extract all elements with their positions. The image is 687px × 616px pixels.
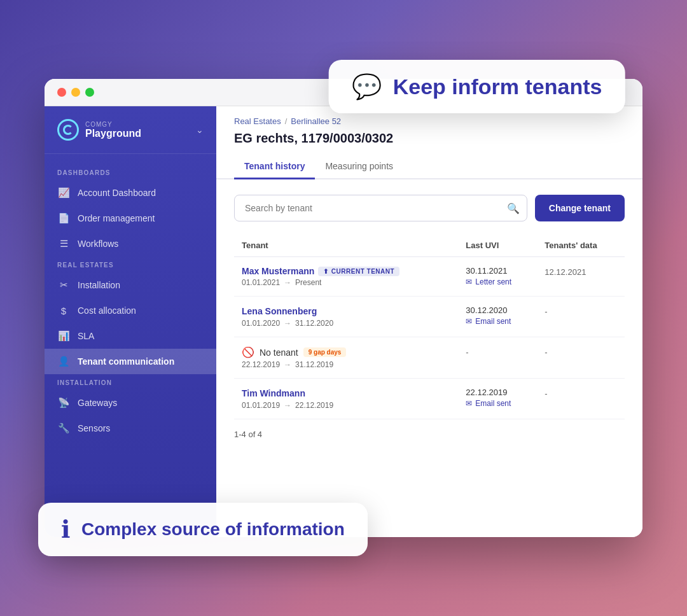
col-header-last-uvi: Last UVI [458, 234, 537, 257]
tooltip-keep-inform-text: Keep inform tenants [393, 74, 602, 99]
logo-inner-ring [63, 125, 73, 135]
sidebar-item-account-dashboard[interactable]: 📈 Account Dashboard [45, 180, 216, 206]
tenant-cell: Tim Windmann 01.01.2019 → 22.12.2019 [234, 379, 458, 419]
change-tenant-button[interactable]: Change tenant [535, 195, 625, 221]
uvi-cell: - [458, 337, 537, 379]
traffic-light-yellow[interactable] [71, 88, 80, 97]
no-tenant-icon: 🚫 [242, 346, 254, 358]
main-content: Real Estates / Berlinallee 52 EG rechts,… [216, 106, 642, 537]
uvi-status: ✉ Letter sent [466, 277, 529, 286]
sidebar-item-label: Sensors [78, 423, 110, 433]
tenant-table: Tenant Last UVI Tenants' data Max Muster… [234, 234, 625, 419]
gateway-icon: 📡 [57, 396, 70, 409]
pagination-text: 1-4 of 4 [234, 430, 262, 439]
arrow-icon: → [284, 360, 291, 369]
tab-bar: Tenant history Measuring points [216, 155, 642, 179]
chat-icon: 💬 [352, 73, 382, 101]
table-row: Lena Sonnenberg 01.01.2020 → 31.12.2020 … [234, 297, 625, 337]
list-icon: ☰ [57, 237, 70, 250]
tenants-data-value: - [545, 307, 547, 316]
uvi-date: 30.11.2021 [466, 266, 529, 276]
arrow-icon: → [284, 401, 291, 410]
sidebar-item-label: SLA [78, 331, 94, 341]
sidebar-item-order-management[interactable]: 📄 Order management [45, 206, 216, 231]
tooltip-complex-text: Complex source of information [81, 519, 345, 540]
sidebar-item-label: Tenant communication [78, 356, 174, 367]
tab-tenant-history[interactable]: Tenant history [234, 155, 315, 179]
tenant-dates: 01.01.2019 → 22.12.2019 [242, 401, 450, 410]
tenant-name[interactable]: Lena Sonnenberg [242, 306, 317, 316]
search-input[interactable] [234, 195, 527, 221]
sidebar-item-label: Account Dashboard [78, 188, 156, 198]
breadcrumb-real-estates[interactable]: Real Estates [234, 116, 281, 126]
traffic-light-green[interactable] [85, 88, 94, 97]
sidebar-item-installation[interactable]: ✂ Installation [45, 272, 216, 298]
sidebar-item-tenant-communication[interactable]: 👤 Tenant communication [45, 349, 216, 374]
uvi-cell: 30.11.2021 ✉ Letter sent [458, 257, 537, 297]
content-area: 🔍 Change tenant Tenant Last UVI Tenants'… [216, 179, 642, 537]
no-tenant-label: No tenant [260, 347, 298, 358]
sidebar-item-gateways[interactable]: 📡 Gateways [45, 390, 216, 416]
traffic-light-red[interactable] [57, 88, 66, 97]
search-row: 🔍 Change tenant [234, 195, 625, 221]
uvi-cell: 22.12.2019 ✉ Email sent [458, 379, 537, 419]
sidebar-item-label: Cost allocation [78, 305, 136, 316]
tenant-dates: 01.01.2020 → 31.12.2020 [242, 319, 450, 328]
date-end: 31.12.2020 [295, 319, 333, 328]
search-wrapper: 🔍 [234, 195, 527, 221]
date-end: Present [295, 278, 321, 287]
sidebar-item-label: Order management [78, 213, 155, 223]
date-end: 31.12.2019 [295, 360, 333, 369]
uvi-status: ✉ Email sent [466, 399, 529, 408]
table-row: Tim Windmann 01.01.2019 → 22.12.2019 22.… [234, 379, 625, 419]
sidebar-item-workflows[interactable]: ☰ Workflows [45, 231, 216, 256]
sidebar-item-label: Workflows [78, 239, 118, 249]
person-icon: 👤 [57, 355, 70, 368]
table-row: Max Mustermann ⬆ CURRENT TENANT 01.01.20… [234, 257, 625, 297]
tenants-data-value: - [545, 347, 547, 357]
sidebar-logo[interactable]: COMGY Playground ⌄ [45, 119, 216, 154]
search-icon: 🔍 [507, 202, 520, 214]
sensor-icon: 🔧 [57, 422, 70, 435]
tenant-dates: 01.01.2021 → Present [242, 278, 450, 287]
section-label-installation: INSTALLATION [45, 374, 216, 390]
chart-icon: 📈 [57, 186, 70, 199]
person-upload-icon: ⬆ [323, 268, 329, 275]
chevron-down-icon[interactable]: ⌄ [196, 125, 204, 135]
current-tenant-badge: ⬆ CURRENT TENANT [318, 267, 399, 276]
arrow-icon: → [284, 319, 291, 328]
document-icon: 📄 [57, 212, 70, 225]
col-header-tenant: Tenant [234, 234, 458, 257]
tenant-cell: 🚫 No tenant 9 gap days 22.12.2019 → 31.1… [234, 337, 458, 379]
letter-icon: ✉ [466, 277, 472, 286]
email-icon: ✉ [466, 317, 472, 326]
date-start: 01.01.2021 [242, 278, 280, 287]
tenant-name[interactable]: Max Mustermann [242, 266, 314, 276]
tenants-data-cell: - [537, 337, 625, 379]
breadcrumb-berlinallee[interactable]: Berlinallee 52 [291, 116, 341, 126]
brand-label: COMGY [85, 121, 141, 128]
date-end: 22.12.2019 [295, 401, 333, 410]
tenants-data-cell: - [537, 379, 625, 419]
date-start: 01.01.2019 [242, 401, 280, 410]
tenants-data-cell: - [537, 297, 625, 337]
tooltip-complex: ℹ Complex source of information [38, 503, 368, 556]
tab-measuring-points[interactable]: Measuring points [315, 155, 403, 179]
tenants-data-value: - [545, 389, 547, 398]
tool-icon: ✂ [57, 279, 70, 291]
info-icon: ℹ [61, 515, 70, 543]
sidebar-item-sensors[interactable]: 🔧 Sensors [45, 416, 216, 441]
uvi-date: 30.12.2020 [466, 305, 529, 315]
col-header-tenants-data: Tenants' data [537, 234, 625, 257]
section-label-dashboards: DASHBOARDS [45, 164, 216, 180]
date-start: 01.01.2020 [242, 319, 280, 328]
section-label-real-estates: REAL ESTATES [45, 256, 216, 272]
tenant-cell: Max Mustermann ⬆ CURRENT TENANT 01.01.20… [234, 257, 458, 297]
gap-days-badge: 9 gap days [303, 347, 347, 357]
sidebar-item-sla[interactable]: 📊 SLA [45, 323, 216, 349]
sidebar-item-cost-allocation[interactable]: $ Cost allocation [45, 298, 216, 323]
logo-icon [57, 119, 79, 141]
tenant-name[interactable]: Tim Windmann [242, 388, 305, 398]
arrow-icon: → [284, 278, 291, 287]
pagination: 1-4 of 4 [234, 430, 625, 439]
